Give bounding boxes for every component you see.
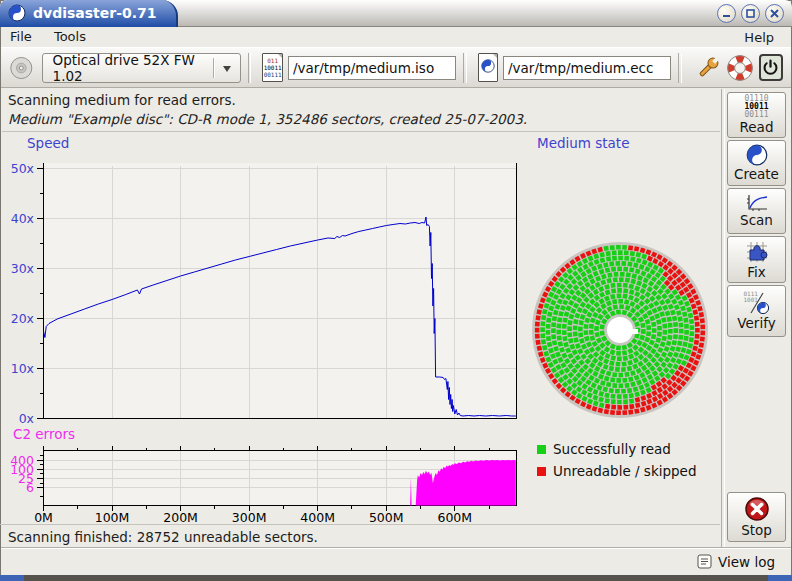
svg-text:200M: 200M	[163, 510, 198, 525]
svg-text:40x: 40x	[11, 211, 34, 226]
maximize-button[interactable]	[741, 4, 760, 23]
iso-icon-line: 00111	[263, 71, 281, 78]
iso-icon-line: 10011	[263, 64, 281, 71]
read-button[interactable]: 01110 10011 00111 Read	[727, 92, 786, 138]
mini-chart-icon	[746, 194, 768, 212]
ecc-file-icon	[478, 53, 498, 82]
app-yinyang-icon	[8, 4, 26, 22]
iso-path-input[interactable]	[288, 56, 456, 80]
minimize-button[interactable]	[717, 4, 736, 23]
svg-text:300M: 300M	[232, 510, 267, 525]
menu-file[interactable]: File	[1, 28, 41, 45]
preferences-button[interactable]	[695, 54, 721, 82]
chevron-down-icon	[223, 66, 231, 76]
legend-item-unreadable: Unreadable / skipped	[537, 463, 696, 479]
bottom-bar: View log	[1, 547, 791, 575]
view-log-button[interactable]: View log	[718, 554, 775, 570]
svg-text:500M: 500M	[369, 510, 404, 525]
close-button[interactable]	[765, 4, 784, 23]
verify-label: Verify	[737, 315, 775, 331]
slash-yinyang-icon	[744, 291, 770, 315]
doc-fold	[492, 53, 498, 59]
svg-text:400M: 400M	[300, 510, 335, 525]
svg-text:0x: 0x	[19, 411, 34, 426]
svg-text:6: 6	[26, 480, 34, 495]
close-icon	[770, 9, 779, 18]
puzzle-icon	[745, 240, 769, 264]
verify-icon: 0111 1001	[744, 291, 770, 315]
status-line2: Medium "Example disc": CD-R mode 1, 3524…	[8, 110, 714, 129]
content-separator	[721, 89, 725, 547]
toolbar-separator	[463, 53, 467, 83]
doc-fold	[277, 53, 283, 59]
titlebar-tab: dvdisaster-0.71	[0, 0, 178, 27]
lifesaver-icon	[727, 55, 753, 81]
scan-label: Scan	[740, 212, 773, 228]
svg-text:0M: 0M	[34, 510, 53, 525]
toolbar: Optical drive 52X FW 1.02 011 10011 0011…	[1, 47, 791, 88]
scan-result-text: Scanning finished: 28752 unreadable sect…	[0, 524, 720, 545]
window-title: dvdisaster-0.71	[33, 5, 157, 21]
svg-text:30x: 30x	[11, 261, 34, 276]
menu-tools[interactable]: Tools	[45, 28, 95, 45]
binary-icon: 01110 10011 00111	[744, 95, 768, 119]
toolbar-separator	[248, 53, 252, 83]
create-button[interactable]: Create	[727, 140, 786, 186]
legend-item-read: Successfully read	[537, 441, 671, 457]
ecc-path-input[interactable]	[503, 56, 671, 80]
create-label: Create	[734, 166, 779, 182]
legend-swatch-red	[537, 467, 546, 476]
maximize-icon	[746, 9, 755, 18]
legend-label-unreadable: Unreadable / skipped	[553, 463, 696, 479]
status-message-box: Scanning medium for read errors. Medium …	[2, 90, 720, 132]
binary-line: 00111	[744, 111, 768, 119]
help-button[interactable]	[727, 54, 753, 82]
legend-swatch-green	[537, 445, 546, 454]
menu-help[interactable]: Help	[735, 29, 783, 46]
drive-disc-icon	[9, 54, 34, 82]
yinyang-icon	[746, 144, 768, 166]
drive-select-value: Optical drive 52X FW 1.02	[53, 52, 204, 84]
power-icon	[762, 59, 779, 76]
minimize-icon	[722, 9, 731, 18]
titlebar[interactable]: dvdisaster-0.71	[0, 0, 792, 27]
stop-label: Stop	[741, 522, 772, 538]
window-bottom-frame	[0, 575, 792, 581]
svg-text:600M: 600M	[437, 510, 472, 525]
status-line1: Scanning medium for read errors.	[8, 91, 714, 110]
combo-divider	[213, 58, 215, 78]
menubar: File Tools Help	[1, 28, 791, 47]
wrench-icon	[695, 55, 721, 81]
fix-label: Fix	[747, 264, 766, 280]
drive-select[interactable]: Optical drive 52X FW 1.02	[42, 53, 241, 83]
app-window: dvdisaster-0.71 File Tools Help Optical …	[0, 0, 792, 581]
verify-button[interactable]: 0111 1001 Verify	[727, 285, 786, 337]
svg-text:10x: 10x	[11, 361, 34, 376]
resize-grip-right[interactable]	[768, 575, 792, 581]
read-label: Read	[740, 119, 774, 135]
stop-button[interactable]: Stop	[727, 492, 786, 542]
stop-icon	[744, 496, 770, 522]
scan-button[interactable]: Scan	[727, 188, 786, 234]
toolbar-separator	[678, 53, 682, 83]
iso-image-icon: 011 10011 00111	[262, 53, 282, 82]
quit-button[interactable]	[759, 54, 783, 81]
svg-text:100M: 100M	[95, 510, 130, 525]
legend-label-read: Successfully read	[553, 441, 671, 457]
resize-grip-left[interactable]	[0, 575, 24, 581]
ecc-yinyang-icon	[481, 59, 495, 73]
log-list-icon	[697, 554, 712, 569]
fix-button[interactable]: Fix	[727, 236, 786, 283]
svg-text:50x: 50x	[11, 161, 34, 176]
svg-text:20x: 20x	[11, 311, 34, 326]
